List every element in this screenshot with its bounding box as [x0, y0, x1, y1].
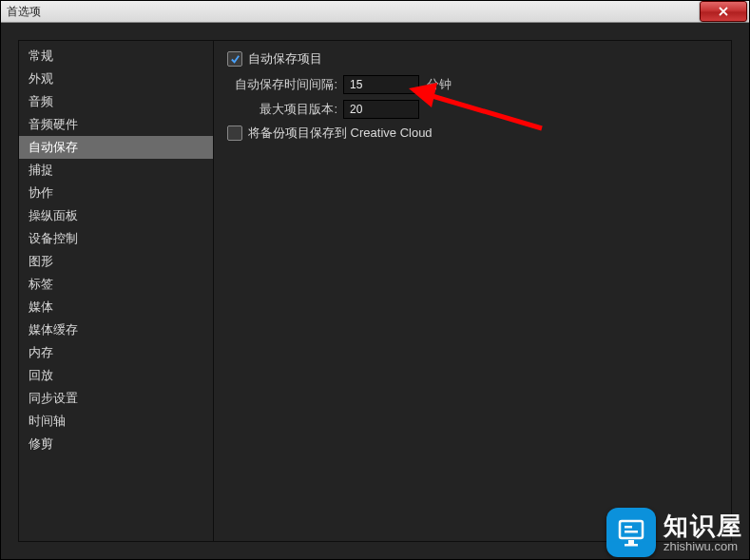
watermark-icon [606, 508, 656, 557]
auto-save-checkbox[interactable] [227, 51, 242, 67]
interval-unit: 分钟 [427, 76, 452, 93]
svg-rect-6 [625, 544, 638, 547]
content-area: 自动保存项目 自动保存时间间隔: 分钟 最大项目版本: 将备份项目保存到 Cre… [214, 41, 731, 541]
sidebar-item-17[interactable]: 修剪 [19, 433, 213, 455]
sidebar-item-8[interactable]: 设备控制 [19, 227, 213, 250]
interval-label: 自动保存时间间隔: [227, 76, 337, 93]
sidebar-item-16[interactable]: 时间轴 [19, 410, 213, 433]
sidebar-item-2[interactable]: 音频 [19, 90, 213, 113]
interval-input[interactable] [343, 75, 419, 94]
close-icon [718, 7, 729, 16]
sidebar-item-5[interactable]: 捕捉 [19, 159, 213, 182]
svg-rect-2 [620, 521, 643, 538]
sidebar-item-10[interactable]: 标签 [19, 273, 213, 296]
sidebar-item-15[interactable]: 同步设置 [19, 387, 213, 410]
sidebar-item-7[interactable]: 操纵面板 [19, 204, 213, 227]
svg-rect-3 [625, 526, 632, 529]
window-body: 常规外观音频音频硬件自动保存捕捉协作操纵面板设备控制图形标签媒体媒体缓存内存回放… [1, 23, 749, 559]
sidebar-item-4[interactable]: 自动保存 [19, 136, 213, 159]
sidebar-item-12[interactable]: 媒体缓存 [19, 319, 213, 341]
sidebar-item-1[interactable]: 外观 [19, 68, 213, 90]
backup-cc-checkbox[interactable] [227, 126, 242, 141]
max-versions-row: 最大项目版本: [227, 100, 718, 119]
auto-save-label: 自动保存项目 [248, 50, 322, 68]
sidebar-item-3[interactable]: 音频硬件 [19, 113, 213, 136]
svg-rect-5 [628, 540, 634, 544]
preferences-window: 首选项 常规外观音频音频硬件自动保存捕捉协作操纵面板设备控制图形标签媒体媒体缓存… [0, 0, 750, 560]
backup-cc-row: 将备份项目保存到 Creative Cloud [227, 125, 718, 142]
interval-row: 自动保存时间间隔: 分钟 [227, 75, 718, 94]
close-button[interactable] [700, 1, 747, 22]
check-icon [230, 54, 240, 65]
watermark-en: zhishiwu.com [663, 540, 743, 552]
window-title: 首选项 [7, 4, 41, 20]
sidebar-item-9[interactable]: 图形 [19, 250, 213, 273]
sidebar-item-11[interactable]: 媒体 [19, 296, 213, 319]
sidebar-item-6[interactable]: 协作 [19, 182, 213, 204]
sidebar-item-14[interactable]: 回放 [19, 364, 213, 387]
max-versions-label: 最大项目版本: [227, 101, 337, 118]
backup-cc-label: 将备份项目保存到 Creative Cloud [248, 125, 433, 142]
watermark-text: 知识屋 zhishiwu.com [663, 513, 743, 552]
titlebar: 首选项 [1, 1, 749, 23]
main-panel: 常规外观音频音频硬件自动保存捕捉协作操纵面板设备控制图形标签媒体媒体缓存内存回放… [18, 40, 732, 542]
svg-rect-4 [625, 531, 638, 533]
sidebar-item-13[interactable]: 内存 [19, 341, 213, 364]
max-versions-input[interactable] [343, 100, 419, 119]
sidebar-item-0[interactable]: 常规 [19, 45, 213, 68]
watermark-cn: 知识屋 [663, 513, 743, 538]
auto-save-row: 自动保存项目 [227, 50, 718, 68]
monitor-icon [615, 516, 647, 549]
category-sidebar: 常规外观音频音频硬件自动保存捕捉协作操纵面板设备控制图形标签媒体媒体缓存内存回放… [19, 41, 214, 541]
watermark: 知识屋 zhishiwu.com [606, 508, 743, 557]
